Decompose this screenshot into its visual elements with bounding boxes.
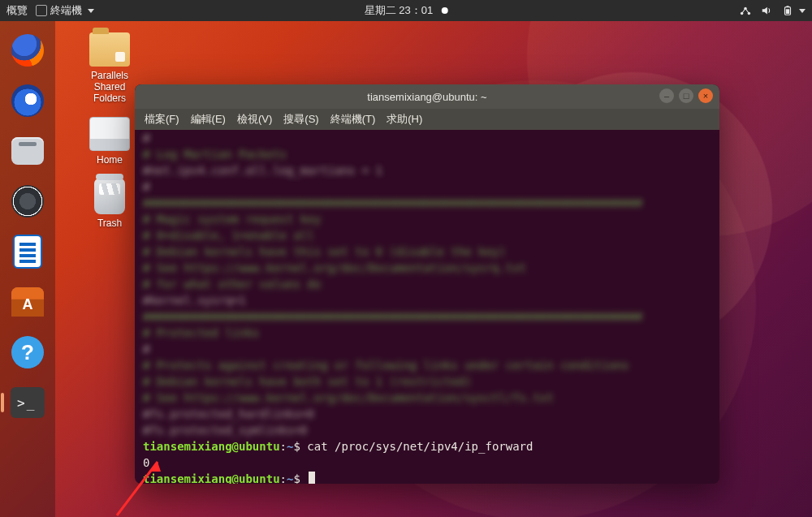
prompt-user: tiansemixiang@ubuntu — [143, 472, 280, 484]
dock-app-thunderbird[interactable] — [8, 81, 47, 120]
terminal-command: cat /proc/sys/net/ipv4/ip_forward — [307, 440, 533, 453]
menu-search[interactable]: 搜尋(S) — [283, 112, 318, 127]
desktop: Parallels Shared Folders Home Trash — [77, 32, 142, 242]
folder-icon — [89, 32, 130, 67]
terminal-window: tiansemixiang@ubuntu: ~ – □ × 檔案(F) 編輯(E… — [135, 84, 719, 484]
window-minimize-button[interactable]: – — [659, 88, 674, 103]
dock — [0, 21, 55, 517]
svg-rect-4 — [786, 6, 789, 7]
battery-icon — [782, 5, 793, 16]
svg-rect-5 — [786, 9, 789, 14]
terminal-body[interactable]: # # Log Martian Packets #net.ipv4.conf.a… — [135, 130, 719, 484]
menu-view[interactable]: 檢視(V) — [237, 112, 272, 127]
app-menu-icon — [36, 5, 47, 16]
menu-help[interactable]: 求助(H) — [387, 112, 422, 127]
terminal-cursor — [309, 472, 315, 484]
menu-terminal[interactable]: 終端機(T) — [330, 112, 376, 127]
desktop-icon-trash[interactable]: Trash — [77, 179, 142, 229]
desktop-icon-parallels[interactable]: Parallels Shared Folders — [77, 32, 142, 104]
files-icon — [11, 137, 44, 165]
desktop-icon-label: Trash — [77, 218, 142, 229]
terminal-line-prompt: tiansemixiang@ubuntu:~$ — [143, 471, 711, 484]
desktop-icon-label: Parallels Shared Folders — [77, 70, 142, 104]
firefox-icon — [11, 34, 44, 67]
terminal-icon — [11, 387, 45, 418]
prompt-dollar: $ — [293, 440, 300, 453]
terminal-menubar: 檔案(F) 編輯(E) 檢視(V) 搜尋(S) 終端機(T) 求助(H) — [135, 109, 719, 130]
dock-app-help[interactable] — [8, 333, 47, 372]
window-buttons: – □ × — [659, 88, 713, 103]
help-icon — [11, 336, 44, 368]
drive-icon — [89, 117, 130, 151]
app-menu-label: 終端機 — [50, 3, 82, 18]
prompt-sep: : — [280, 472, 287, 484]
network-icon — [740, 5, 751, 16]
volume-status[interactable] — [761, 5, 772, 16]
prompt-user: tiansemixiang@ubuntu — [143, 440, 280, 453]
desktop-icon-label: Home — [77, 154, 142, 166]
window-close-button[interactable]: × — [698, 88, 713, 103]
chevron-down-icon — [88, 9, 94, 13]
window-maximize-button[interactable]: □ — [679, 88, 693, 103]
software-icon — [11, 287, 44, 317]
dock-app-firefox[interactable] — [8, 31, 47, 70]
dock-app-terminal[interactable] — [8, 383, 47, 422]
dock-app-software[interactable] — [8, 282, 47, 321]
activities-button[interactable]: 概覽 — [6, 3, 28, 18]
music-icon — [11, 185, 44, 218]
terminal-scrollback-blurred: # # Log Martian Packets #net.ipv4.conf.a… — [143, 130, 711, 438]
menu-file[interactable]: 檔案(F) — [145, 112, 179, 127]
network-status[interactable] — [740, 5, 751, 16]
gnome-top-bar: 概覽 終端機 星期二 23：01 — [0, 0, 812, 21]
thunderbird-icon — [11, 84, 44, 117]
window-titlebar[interactable]: tiansemixiang@ubuntu: ~ – □ × — [135, 84, 719, 109]
clock[interactable]: 星期二 23：01 — [365, 3, 434, 18]
app-menu[interactable]: 終端機 — [36, 3, 94, 18]
dock-app-rhythmbox[interactable] — [8, 182, 47, 221]
trash-icon — [94, 179, 125, 214]
dock-app-writer[interactable] — [8, 232, 47, 271]
chevron-down-icon — [799, 9, 806, 13]
writer-icon — [13, 235, 42, 269]
recording-indicator-icon — [441, 7, 447, 14]
lock-icon — [115, 52, 125, 62]
menu-edit[interactable]: 編輯(E) — [191, 112, 226, 127]
window-title: tiansemixiang@ubuntu: ~ — [367, 91, 486, 103]
prompt-dollar: $ — [293, 472, 300, 484]
volume-icon — [761, 5, 772, 16]
prompt-sep: : — [280, 440, 287, 453]
battery-status[interactable] — [782, 5, 806, 16]
terminal-output: 0 — [143, 455, 711, 471]
desktop-icon-home[interactable]: Home — [77, 117, 142, 166]
dock-app-files[interactable] — [8, 131, 47, 170]
terminal-line-command: tiansemixiang@ubuntu:~$ cat /proc/sys/ne… — [143, 438, 711, 455]
